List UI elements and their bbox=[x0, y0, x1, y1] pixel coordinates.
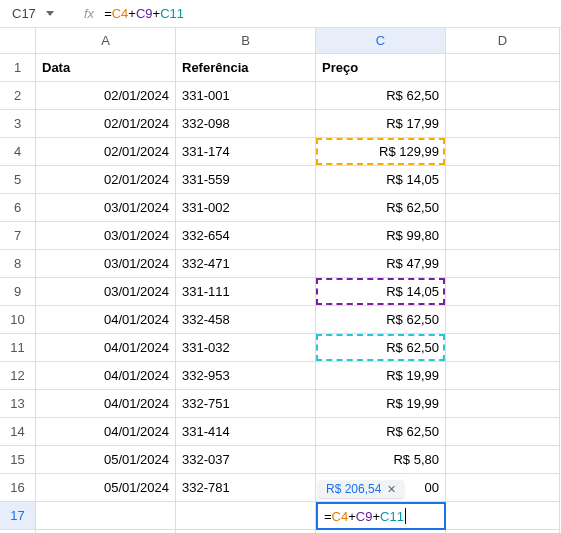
row-header[interactable]: 11 bbox=[0, 334, 36, 362]
edit-ref3: C11 bbox=[380, 509, 404, 524]
cell[interactable]: 332-781 bbox=[176, 474, 316, 502]
cell[interactable]: 02/01/2024 bbox=[36, 82, 176, 110]
table-row: 16 05/01/2024 332-781 00 bbox=[0, 474, 561, 502]
cell[interactable]: 332-037 bbox=[176, 446, 316, 474]
cell[interactable]: R$ 62,50 bbox=[316, 194, 446, 222]
cell[interactable]: R$ 14,05 bbox=[316, 166, 446, 194]
cell[interactable]: 02/01/2024 bbox=[36, 138, 176, 166]
cell[interactable] bbox=[446, 82, 560, 110]
cell[interactable]: 04/01/2024 bbox=[36, 334, 176, 362]
col-header-A[interactable]: A bbox=[36, 28, 176, 54]
row-header[interactable]: 1 bbox=[0, 54, 36, 82]
row-header[interactable]: 4 bbox=[0, 138, 36, 166]
cell[interactable] bbox=[446, 166, 560, 194]
cell-ref-c4[interactable]: R$ 129,99 bbox=[316, 138, 446, 166]
cell[interactable]: R$ 19,99 bbox=[316, 362, 446, 390]
cell[interactable]: 332-953 bbox=[176, 362, 316, 390]
cell[interactable] bbox=[446, 250, 560, 278]
header-cell-preco[interactable]: Preço bbox=[316, 54, 446, 82]
cell[interactable]: 05/01/2024 bbox=[36, 446, 176, 474]
cell[interactable]: 03/01/2024 bbox=[36, 278, 176, 306]
cell[interactable] bbox=[446, 138, 560, 166]
cell[interactable]: 331-174 bbox=[176, 138, 316, 166]
col-header-D[interactable]: D bbox=[446, 28, 560, 54]
cell[interactable]: 332-471 bbox=[176, 250, 316, 278]
cell[interactable]: 331-111 bbox=[176, 278, 316, 306]
row-header[interactable]: 3 bbox=[0, 110, 36, 138]
cell[interactable]: 04/01/2024 bbox=[36, 418, 176, 446]
cell[interactable]: 332-458 bbox=[176, 306, 316, 334]
cell[interactable]: 331-032 bbox=[176, 334, 316, 362]
cell-ref-c11[interactable]: R$ 62,50 bbox=[316, 334, 446, 362]
cell[interactable]: 03/01/2024 bbox=[36, 250, 176, 278]
cell[interactable]: 03/01/2024 bbox=[36, 194, 176, 222]
cell[interactable]: 05/01/2024 bbox=[36, 474, 176, 502]
row-header[interactable]: 2 bbox=[0, 82, 36, 110]
cell[interactable] bbox=[446, 502, 560, 530]
cell[interactable]: R$ 62,50 bbox=[316, 306, 446, 334]
cell[interactable]: 332-654 bbox=[176, 222, 316, 250]
select-all-corner[interactable] bbox=[0, 28, 36, 54]
cell[interactable] bbox=[446, 306, 560, 334]
cell[interactable] bbox=[446, 390, 560, 418]
cell-ref-c9[interactable]: R$ 14,05 bbox=[316, 278, 446, 306]
cell[interactable]: R$ 19,99 bbox=[316, 390, 446, 418]
cell[interactable] bbox=[446, 446, 560, 474]
cell[interactable] bbox=[446, 418, 560, 446]
cell[interactable]: 332-751 bbox=[176, 390, 316, 418]
cell[interactable] bbox=[446, 222, 560, 250]
cell[interactable] bbox=[446, 54, 560, 82]
cell[interactable]: R$ 99,80 bbox=[316, 222, 446, 250]
name-box-value: C17 bbox=[12, 6, 36, 21]
cell[interactable] bbox=[446, 278, 560, 306]
cell[interactable]: 331-001 bbox=[176, 82, 316, 110]
cell[interactable]: 04/01/2024 bbox=[36, 390, 176, 418]
cell[interactable]: R$ 17,99 bbox=[316, 110, 446, 138]
name-box[interactable]: C17 bbox=[6, 6, 64, 21]
row-header[interactable]: 9 bbox=[0, 278, 36, 306]
cell[interactable]: 331-559 bbox=[176, 166, 316, 194]
row-header[interactable]: 17 bbox=[0, 502, 36, 530]
row-header[interactable]: 12 bbox=[0, 362, 36, 390]
row-header[interactable]: 5 bbox=[0, 166, 36, 194]
cell[interactable]: R$ 62,50 bbox=[316, 82, 446, 110]
cell[interactable]: 02/01/2024 bbox=[36, 166, 176, 194]
row-header[interactable]: 8 bbox=[0, 250, 36, 278]
formula-plus1: + bbox=[128, 6, 136, 21]
row-header[interactable]: 7 bbox=[0, 222, 36, 250]
row-header[interactable]: 14 bbox=[0, 418, 36, 446]
cell[interactable] bbox=[36, 502, 176, 530]
header-cell-data[interactable]: Data bbox=[36, 54, 176, 82]
table-row: 7 03/01/2024 332-654 R$ 99,80 bbox=[0, 222, 561, 250]
editing-cell-c17[interactable]: R$ 206,54 × = C4 + C9 + C11 bbox=[316, 502, 446, 530]
row-header[interactable]: 6 bbox=[0, 194, 36, 222]
name-box-dropdown-icon[interactable] bbox=[46, 11, 54, 16]
table-row: 13 04/01/2024 332-751 R$ 19,99 bbox=[0, 390, 561, 418]
cell[interactable]: R$ 62,50 bbox=[316, 418, 446, 446]
cell[interactable] bbox=[446, 110, 560, 138]
formula-bar[interactable]: = C4 + C9 + C11 bbox=[104, 6, 555, 21]
cell[interactable]: 02/01/2024 bbox=[36, 110, 176, 138]
cell[interactable] bbox=[446, 334, 560, 362]
col-header-C[interactable]: C bbox=[316, 28, 446, 54]
cell[interactable]: 331-414 bbox=[176, 418, 316, 446]
cell[interactable] bbox=[446, 362, 560, 390]
cell[interactable]: R$ 47,99 bbox=[316, 250, 446, 278]
col-header-B[interactable]: B bbox=[176, 28, 316, 54]
row-header[interactable]: 15 bbox=[0, 446, 36, 474]
cell[interactable]: R$ 5,80 bbox=[316, 446, 446, 474]
tooltip-close-icon[interactable]: × bbox=[387, 482, 395, 496]
cell[interactable]: 04/01/2024 bbox=[36, 306, 176, 334]
cell[interactable] bbox=[446, 474, 560, 502]
cell[interactable]: 03/01/2024 bbox=[36, 222, 176, 250]
row-header[interactable]: 13 bbox=[0, 390, 36, 418]
cell[interactable] bbox=[446, 194, 560, 222]
cell[interactable]: 331-002 bbox=[176, 194, 316, 222]
row-header[interactable]: 16 bbox=[0, 474, 36, 502]
cell[interactable] bbox=[176, 502, 316, 530]
text-cursor bbox=[405, 508, 406, 524]
cell[interactable]: 332-098 bbox=[176, 110, 316, 138]
row-header[interactable]: 10 bbox=[0, 306, 36, 334]
cell[interactable]: 04/01/2024 bbox=[36, 362, 176, 390]
header-cell-referencia[interactable]: Referência bbox=[176, 54, 316, 82]
